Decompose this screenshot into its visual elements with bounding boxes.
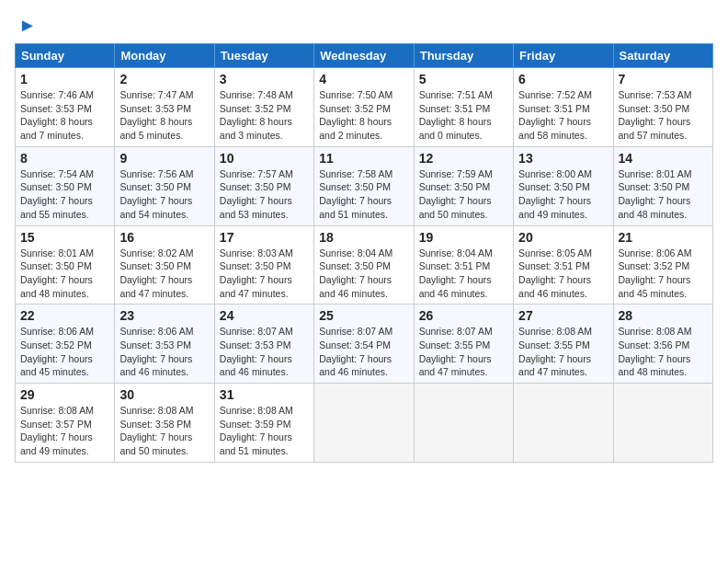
sunset-text: Sunset: 3:50 PM: [220, 181, 291, 192]
day-number: 16: [119, 230, 209, 245]
calendar-cell: 3 Sunrise: 7:48 AM Sunset: 3:52 PM Dayli…: [214, 68, 313, 147]
calendar-cell: [514, 384, 613, 463]
calendar-cell: 28 Sunrise: 8:08 AM Sunset: 3:56 PM Dayl…: [613, 304, 712, 384]
day-info: Sunrise: 8:08 AM Sunset: 3:56 PM Dayligh…: [619, 325, 708, 379]
day-number: 11: [319, 151, 408, 166]
day-info: Sunrise: 8:08 AM Sunset: 3:58 PM Dayligh…: [119, 404, 209, 458]
day-number: 24: [220, 308, 309, 323]
sunset-text: Sunset: 3:56 PM: [619, 339, 690, 350]
calendar-cell: 16 Sunrise: 8:02 AM Sunset: 3:50 PM Dayl…: [115, 225, 214, 304]
day-info: Sunrise: 8:02 AM Sunset: 3:50 PM Dayligh…: [119, 247, 209, 301]
sunrise-text: Sunrise: 7:56 AM: [119, 168, 193, 179]
day-number: 7: [619, 72, 708, 86]
sunrise-text: Sunrise: 8:08 AM: [20, 405, 94, 416]
day-info: Sunrise: 7:48 AM Sunset: 3:52 PM Dayligh…: [220, 88, 309, 143]
day-number: 18: [319, 230, 408, 245]
sunrise-text: Sunrise: 8:06 AM: [119, 326, 193, 337]
day-info: Sunrise: 7:46 AM Sunset: 3:53 PM Dayligh…: [20, 88, 109, 143]
sunset-text: Sunset: 3:50 PM: [518, 181, 590, 192]
day-info: Sunrise: 7:56 AM Sunset: 3:50 PM Dayligh…: [119, 167, 209, 222]
daylight-text: Daylight: 7 hours and 53 minutes.: [220, 195, 292, 220]
day-info: Sunrise: 8:03 AM Sunset: 3:50 PM Dayligh…: [220, 247, 309, 301]
daylight-text: Daylight: 7 hours and 50 minutes.: [419, 195, 492, 220]
sunrise-text: Sunrise: 8:00 AM: [518, 168, 592, 179]
column-header-saturday: Saturday: [613, 44, 712, 68]
sunset-text: Sunset: 3:50 PM: [319, 260, 391, 271]
day-number: 6: [518, 72, 608, 86]
day-number: 12: [419, 151, 508, 166]
calendar-cell: 20 Sunrise: 8:05 AM Sunset: 3:51 PM Dayl…: [514, 225, 613, 304]
sunrise-text: Sunrise: 7:51 AM: [419, 89, 493, 100]
day-info: Sunrise: 8:08 AM Sunset: 3:55 PM Dayligh…: [518, 325, 608, 379]
calendar-table: SundayMondayTuesdayWednesdayThursdayFrid…: [15, 43, 713, 463]
logo-bird-icon: ►: [18, 15, 37, 36]
daylight-text: Daylight: 7 hours and 45 minutes.: [619, 274, 691, 299]
day-number: 25: [319, 308, 408, 323]
day-info: Sunrise: 7:47 AM Sunset: 3:53 PM Dayligh…: [119, 88, 209, 143]
calendar-cell: 24 Sunrise: 8:07 AM Sunset: 3:53 PM Dayl…: [214, 304, 313, 384]
column-header-thursday: Thursday: [414, 44, 513, 68]
calendar-cell: 19 Sunrise: 8:04 AM Sunset: 3:51 PM Dayl…: [414, 225, 513, 304]
sunset-text: Sunset: 3:53 PM: [119, 103, 191, 114]
sunset-text: Sunset: 3:53 PM: [220, 339, 291, 350]
calendar-cell: 26 Sunrise: 8:07 AM Sunset: 3:55 PM Dayl…: [414, 304, 513, 384]
sunset-text: Sunset: 3:51 PM: [518, 103, 590, 114]
daylight-text: Daylight: 7 hours and 51 minutes.: [319, 195, 392, 220]
sunset-text: Sunset: 3:50 PM: [619, 103, 690, 114]
day-number: 13: [518, 151, 608, 166]
day-info: Sunrise: 7:52 AM Sunset: 3:51 PM Dayligh…: [518, 88, 608, 143]
day-number: 1: [20, 72, 109, 86]
day-number: 17: [220, 230, 309, 245]
sunrise-text: Sunrise: 8:02 AM: [119, 247, 193, 259]
daylight-text: Daylight: 7 hours and 54 minutes.: [119, 195, 192, 220]
day-info: Sunrise: 8:08 AM Sunset: 3:59 PM Dayligh…: [220, 404, 309, 458]
day-info: Sunrise: 7:58 AM Sunset: 3:50 PM Dayligh…: [319, 167, 408, 222]
sunset-text: Sunset: 3:57 PM: [20, 419, 92, 430]
calendar-cell: [314, 384, 414, 463]
day-number: 21: [619, 230, 708, 245]
sunrise-text: Sunrise: 8:07 AM: [220, 326, 293, 337]
daylight-text: Daylight: 8 hours and 5 minutes.: [119, 116, 192, 141]
sunset-text: Sunset: 3:50 PM: [619, 181, 690, 192]
sunset-text: Sunset: 3:55 PM: [518, 339, 590, 350]
sunset-text: Sunset: 3:59 PM: [220, 419, 291, 430]
calendar-cell: 14 Sunrise: 8:01 AM Sunset: 3:50 PM Dayl…: [613, 146, 712, 225]
sunrise-text: Sunrise: 8:01 AM: [20, 247, 94, 259]
calendar-cell: 22 Sunrise: 8:06 AM Sunset: 3:52 PM Dayl…: [16, 304, 115, 384]
day-number: 19: [419, 230, 508, 245]
sunset-text: Sunset: 3:50 PM: [20, 181, 92, 192]
sunrise-text: Sunrise: 7:52 AM: [518, 89, 592, 100]
day-info: Sunrise: 7:59 AM Sunset: 3:50 PM Dayligh…: [419, 167, 508, 222]
calendar-cell: 23 Sunrise: 8:06 AM Sunset: 3:53 PM Dayl…: [115, 304, 214, 384]
sunset-text: Sunset: 3:53 PM: [20, 103, 92, 114]
daylight-text: Daylight: 7 hours and 45 minutes.: [20, 353, 93, 378]
day-number: 28: [619, 308, 708, 323]
day-info: Sunrise: 7:57 AM Sunset: 3:50 PM Dayligh…: [220, 167, 309, 222]
sunset-text: Sunset: 3:54 PM: [319, 339, 391, 350]
calendar-cell: 27 Sunrise: 8:08 AM Sunset: 3:55 PM Dayl…: [514, 304, 613, 384]
sunrise-text: Sunrise: 8:08 AM: [220, 405, 293, 416]
sunrise-text: Sunrise: 8:05 AM: [518, 247, 592, 259]
calendar-cell: 29 Sunrise: 8:08 AM Sunset: 3:57 PM Dayl…: [16, 384, 115, 463]
calendar-cell: 21 Sunrise: 8:06 AM Sunset: 3:52 PM Dayl…: [613, 225, 712, 304]
day-info: Sunrise: 8:01 AM Sunset: 3:50 PM Dayligh…: [20, 247, 109, 301]
day-info: Sunrise: 8:01 AM Sunset: 3:50 PM Dayligh…: [619, 167, 708, 222]
sunset-text: Sunset: 3:50 PM: [220, 260, 291, 271]
daylight-text: Daylight: 7 hours and 46 minutes.: [419, 274, 492, 299]
day-number: 14: [619, 151, 708, 166]
day-info: Sunrise: 8:05 AM Sunset: 3:51 PM Dayligh…: [518, 247, 608, 301]
calendar-cell: 18 Sunrise: 8:04 AM Sunset: 3:50 PM Dayl…: [314, 225, 414, 304]
sunrise-text: Sunrise: 8:06 AM: [619, 247, 692, 259]
calendar-cell: 7 Sunrise: 7:53 AM Sunset: 3:50 PM Dayli…: [613, 68, 712, 147]
calendar-cell: 15 Sunrise: 8:01 AM Sunset: 3:50 PM Dayl…: [16, 225, 115, 304]
sunset-text: Sunset: 3:50 PM: [419, 181, 491, 192]
day-number: 3: [220, 72, 309, 86]
column-header-sunday: Sunday: [16, 44, 115, 68]
sunrise-text: Sunrise: 7:57 AM: [220, 168, 293, 179]
daylight-text: Daylight: 7 hours and 48 minutes.: [619, 353, 691, 378]
sunset-text: Sunset: 3:51 PM: [419, 103, 491, 114]
sunset-text: Sunset: 3:50 PM: [119, 181, 191, 192]
daylight-text: Daylight: 7 hours and 51 minutes.: [220, 431, 292, 456]
column-header-monday: Monday: [115, 44, 214, 68]
calendar-cell: [414, 384, 513, 463]
